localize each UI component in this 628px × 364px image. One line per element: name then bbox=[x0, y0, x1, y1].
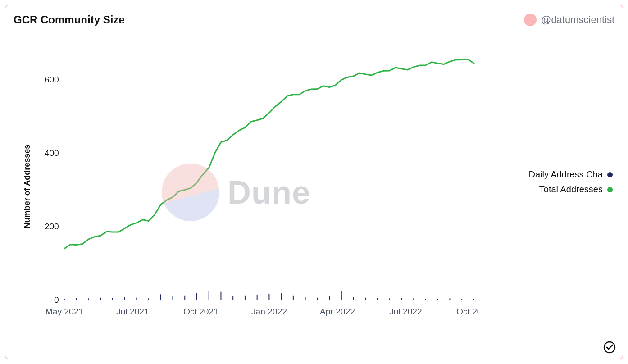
svg-text:0: 0 bbox=[54, 295, 59, 305]
legend-item-total[interactable]: Total Addresses bbox=[539, 184, 613, 195]
svg-rect-12 bbox=[64, 299, 65, 300]
svg-rect-42 bbox=[425, 299, 426, 300]
legend-label: Daily Address Cha bbox=[528, 169, 603, 180]
svg-rect-28 bbox=[257, 295, 258, 300]
svg-text:400: 400 bbox=[45, 148, 59, 158]
svg-rect-15 bbox=[100, 298, 101, 300]
svg-text:200: 200 bbox=[45, 222, 59, 231]
chart-svg: 0200400600May 2021Jul 2021Oct 2021Jan 20… bbox=[23, 41, 478, 332]
svg-rect-38 bbox=[377, 298, 378, 300]
svg-rect-19 bbox=[148, 298, 149, 300]
svg-rect-23 bbox=[196, 293, 197, 300]
svg-rect-13 bbox=[76, 298, 77, 300]
chart-card: GCR Community Size @datumscientist Numbe… bbox=[5, 5, 623, 359]
svg-text:Oct 2021: Oct 2021 bbox=[183, 307, 218, 316]
chart-title: GCR Community Size bbox=[14, 14, 125, 26]
svg-rect-37 bbox=[365, 298, 366, 300]
svg-rect-39 bbox=[389, 298, 390, 300]
svg-text:Apr 2022: Apr 2022 bbox=[320, 307, 355, 316]
svg-rect-22 bbox=[184, 296, 185, 300]
svg-rect-27 bbox=[245, 296, 246, 300]
svg-rect-17 bbox=[124, 297, 125, 300]
svg-rect-21 bbox=[173, 296, 173, 300]
verified-check-icon[interactable] bbox=[603, 341, 616, 354]
legend-item-daily[interactable]: Daily Address Cha bbox=[528, 169, 613, 180]
author-avatar-icon bbox=[524, 14, 537, 26]
svg-rect-36 bbox=[353, 297, 354, 300]
svg-rect-25 bbox=[220, 292, 221, 300]
chart-area: Number of Addresses Dune 0200400600May 2… bbox=[23, 41, 478, 332]
legend-label: Total Addresses bbox=[539, 184, 603, 195]
svg-rect-46 bbox=[473, 299, 474, 300]
svg-rect-40 bbox=[401, 298, 402, 300]
svg-text:Jul 2022: Jul 2022 bbox=[389, 307, 422, 316]
svg-rect-35 bbox=[341, 291, 342, 300]
svg-text:Jan 2022: Jan 2022 bbox=[251, 307, 287, 316]
svg-rect-14 bbox=[88, 298, 89, 300]
legend-dot-icon bbox=[607, 187, 613, 192]
svg-text:Oct 2022: Oct 2022 bbox=[456, 307, 478, 316]
svg-rect-34 bbox=[329, 296, 330, 300]
svg-rect-20 bbox=[160, 294, 161, 300]
svg-text:600: 600 bbox=[45, 75, 59, 84]
svg-rect-30 bbox=[281, 293, 282, 300]
svg-text:Jul 2021: Jul 2021 bbox=[116, 307, 149, 316]
author-handle: @datumscientist bbox=[541, 14, 614, 26]
legend: Daily Address Cha Total Addresses bbox=[528, 169, 613, 195]
svg-rect-26 bbox=[232, 296, 233, 300]
svg-text:May 2021: May 2021 bbox=[46, 307, 83, 316]
svg-rect-24 bbox=[209, 291, 209, 300]
y-axis-label: Number of Addresses bbox=[23, 145, 32, 228]
svg-rect-29 bbox=[268, 294, 269, 300]
svg-rect-41 bbox=[413, 298, 414, 300]
svg-rect-31 bbox=[293, 296, 294, 300]
legend-dot-icon bbox=[607, 172, 613, 177]
author-badge[interactable]: @datumscientist bbox=[524, 14, 614, 26]
svg-rect-44 bbox=[449, 298, 450, 300]
svg-rect-32 bbox=[305, 297, 306, 300]
svg-rect-45 bbox=[461, 299, 462, 300]
svg-rect-18 bbox=[136, 298, 137, 300]
svg-rect-43 bbox=[437, 299, 438, 300]
svg-rect-16 bbox=[112, 298, 113, 300]
svg-rect-33 bbox=[317, 298, 318, 300]
